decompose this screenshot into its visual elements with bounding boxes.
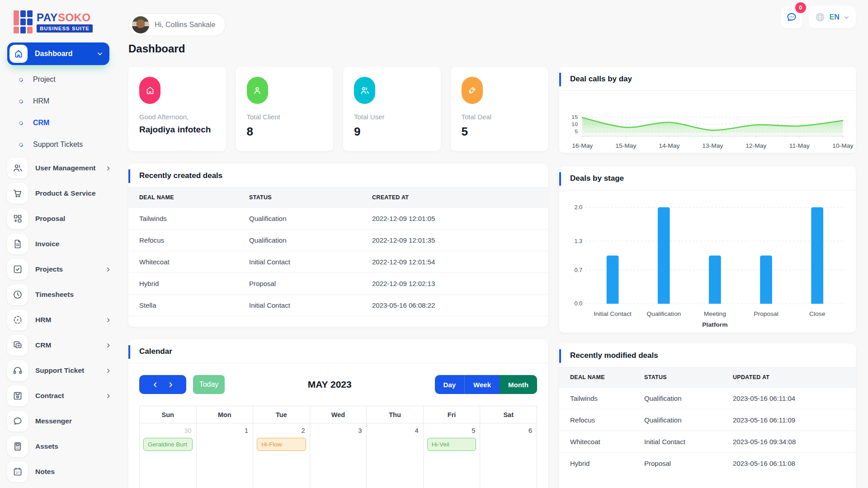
- calendar-grid: Sun Mon Tue Wed Thu Fri Sat 30Geraldine …: [139, 406, 537, 488]
- sidebar-item-proposal[interactable]: Proposal: [7, 206, 118, 231]
- svg-text:Qualification: Qualification: [646, 310, 681, 317]
- chevron-left-icon[interactable]: [152, 381, 159, 388]
- deal-calls-card: Deal calls by day 5101516-May15-May14-Ma…: [559, 67, 856, 153]
- user-icon: [247, 77, 268, 104]
- calendar-event[interactable]: Geraldine Burt: [143, 438, 193, 451]
- svg-text:10: 10: [571, 121, 578, 127]
- view-month-button[interactable]: Month: [500, 375, 537, 394]
- calendar-event[interactable]: Hi-Flow: [257, 438, 306, 451]
- user-greeting: Hi, Collins Sankale: [155, 21, 215, 29]
- users-icon: [7, 158, 28, 178]
- sidebar-item-product-service[interactable]: Product & Service: [7, 181, 118, 206]
- calendar-cell[interactable]: 6: [480, 423, 537, 488]
- page-title: Dashboard: [128, 42, 856, 55]
- calendar-cell[interactable]: 5Hi-Veil: [423, 423, 480, 488]
- language-selector[interactable]: EN: [808, 6, 856, 28]
- svg-text:10-May: 10-May: [832, 142, 853, 149]
- chevron-down-icon: [97, 51, 103, 57]
- card-title: Recently created deals: [139, 171, 222, 180]
- sidebar: PAYSOKO BUSINESS SUITE Dashboard Project…: [0, 0, 118, 488]
- calendar-event[interactable]: Hi-Veil: [427, 438, 476, 451]
- stat-card-total-user: Total User 9: [343, 67, 441, 151]
- view-week-button[interactable]: Week: [464, 375, 500, 394]
- table-row: WhitecoatInitial Contact2022-12-09 12:01…: [128, 251, 548, 273]
- table-row: RefocusQualification2023-05-16 06:11:09: [559, 409, 856, 431]
- deal-calls-chart: 5101516-May15-May14-May13-May12-May11-Ma…: [559, 91, 856, 153]
- svg-text:5: 5: [575, 128, 578, 135]
- table-row: TailwindsQualification2023-05-16 06:11:0…: [559, 388, 856, 409]
- sidebar-item-hrm[interactable]: HRM: [7, 307, 118, 333]
- chevron-right-icon: [105, 165, 111, 171]
- deals-by-stage-card: Deals by stage 0.00.71.32.0Initial Conta…: [559, 166, 856, 333]
- card-title: Calendar: [139, 347, 172, 356]
- app-logo[interactable]: PAYSOKO BUSINESS SUITE: [14, 9, 118, 35]
- calendar-prev-next[interactable]: [139, 375, 186, 394]
- sidebar-item-user-management[interactable]: User Management: [7, 155, 118, 181]
- dot-icon: [18, 77, 24, 83]
- chevron-down-icon: [844, 14, 849, 20]
- dashboard-submenu: Project HRM CRM Support Tickets: [7, 69, 118, 155]
- svg-text:0.0: 0.0: [574, 301, 582, 307]
- save-icon: [7, 385, 28, 406]
- stat-card-total-client: Total Client 8: [236, 67, 334, 151]
- sidebar-subitem-crm[interactable]: CRM: [7, 112, 118, 134]
- today-button[interactable]: Today: [193, 375, 225, 394]
- globe-icon: [815, 12, 826, 23]
- sidebar-subitem-hrm[interactable]: HRM: [7, 90, 118, 112]
- svg-text:0.7: 0.7: [574, 267, 582, 273]
- sidebar-item-timesheets[interactable]: Timesheets: [7, 282, 118, 307]
- calendar-toolbar: Today MAY 2023 Day Week Month: [139, 375, 537, 394]
- sidebar-subitem-support-tickets[interactable]: Support Tickets: [7, 134, 118, 155]
- brand-subtitle: BUSINESS SUITE: [37, 24, 93, 33]
- recently-created-deals-card: Recently created deals DEAL NAME STATUS …: [128, 164, 548, 327]
- calendar-cell[interactable]: 1: [196, 423, 253, 488]
- logo-grid-icon: [14, 10, 33, 34]
- svg-text:1.3: 1.3: [574, 238, 582, 244]
- messages-button[interactable]: 0: [781, 6, 802, 28]
- chevron-right-icon: [105, 393, 111, 399]
- calendar-cell[interactable]: 4: [367, 423, 424, 488]
- home-icon: [139, 77, 160, 104]
- sidebar-item-dashboard[interactable]: Dashboard: [7, 42, 109, 65]
- scan-icon: [7, 310, 28, 330]
- calendar-view-switch: Day Week Month: [435, 375, 537, 394]
- calculator-icon: [7, 436, 28, 457]
- svg-text:12-May: 12-May: [745, 142, 766, 149]
- recently-modified-deals-card: Recently modified deals DEAL NAME STATUS…: [559, 343, 856, 488]
- sidebar-item-messenger[interactable]: Messenger: [7, 408, 118, 434]
- sidebar-subitem-project[interactable]: Project: [7, 69, 118, 90]
- calendar-month-title: MAY 2023: [225, 379, 435, 390]
- chevron-right-icon: [105, 317, 111, 323]
- home-icon: [9, 45, 28, 63]
- table-row: RefocusQualification2022-12-09 12:01:35: [128, 230, 548, 251]
- svg-text:13-May: 13-May: [702, 142, 723, 149]
- user-menu[interactable]: Hi, Collins Sankale: [128, 14, 226, 36]
- sidebar-item-contract[interactable]: Contract: [7, 383, 118, 408]
- sidebar-item-notes[interactable]: Notes: [7, 459, 118, 484]
- sidebar-item-label: Dashboard: [35, 50, 97, 58]
- calendar-card: Calendar Today MAY 2023 Day Week Month: [128, 339, 548, 488]
- proposal-icon: [7, 208, 28, 229]
- dot-icon: [18, 99, 24, 104]
- svg-text:14-May: 14-May: [659, 142, 679, 149]
- svg-text:16-May: 16-May: [572, 142, 593, 149]
- chevron-right-icon[interactable]: [167, 381, 174, 388]
- sidebar-item-invoice[interactable]: Invoice: [7, 231, 118, 257]
- card-title: Deals by stage: [570, 174, 624, 183]
- svg-text:Proposal: Proposal: [754, 310, 778, 317]
- sidebar-item-support-ticket[interactable]: Support Ticket: [7, 358, 118, 383]
- recently-modified-deals-table: DEAL NAME STATUS UPDATED AT TailwindsQua…: [559, 367, 856, 474]
- svg-text:Platform: Platform: [702, 321, 727, 328]
- table-header-row: DEAL NAME STATUS CREATED AT: [128, 188, 548, 208]
- table-row: WhitecoatInitial Contact2023-05-16 09:34…: [559, 431, 856, 453]
- sidebar-item-crm[interactable]: CRM: [7, 333, 118, 358]
- sidebar-item-projects[interactable]: Projects: [7, 257, 118, 282]
- view-day-button[interactable]: Day: [435, 375, 465, 394]
- main-area: Hi, Collins Sankale 0 EN Dashboard: [118, 0, 868, 488]
- sidebar-item-assets[interactable]: Assets: [7, 434, 118, 459]
- brand-name: PAYSOKO: [37, 12, 93, 23]
- calendar-cell[interactable]: 3: [310, 423, 367, 488]
- calendar-cell[interactable]: 30Geraldine Burt: [140, 423, 197, 488]
- calendar-cell[interactable]: 2Hi-Flow: [253, 423, 310, 488]
- card-title: Recently modified deals: [570, 351, 658, 360]
